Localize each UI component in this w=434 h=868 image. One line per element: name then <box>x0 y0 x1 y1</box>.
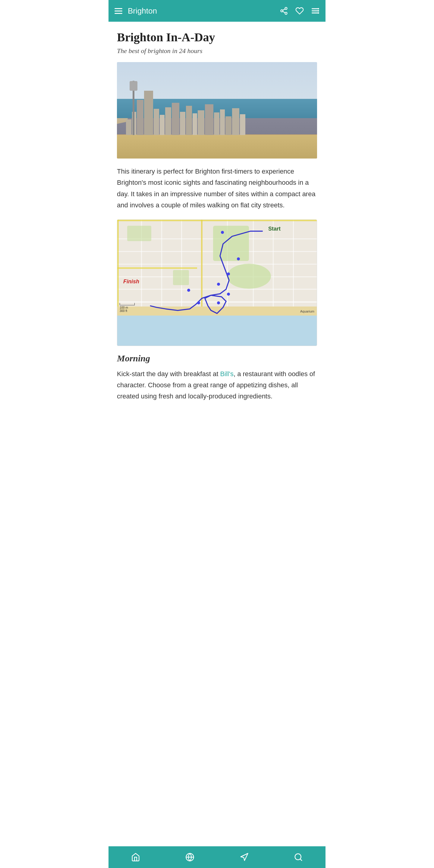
svg-line-3 <box>283 11 285 13</box>
hamburger-icon[interactable] <box>115 8 122 14</box>
top-nav: Brighton <box>108 0 326 22</box>
search-nav-item[interactable] <box>271 852 326 862</box>
svg-line-15 <box>300 859 302 861</box>
favorite-icon[interactable] <box>296 7 304 15</box>
bottom-nav <box>108 846 326 868</box>
explore-nav-item[interactable] <box>163 852 217 862</box>
hero-image <box>117 62 317 158</box>
svg-line-4 <box>283 9 285 10</box>
article-body: This itinerary is perfect for Brighton f… <box>117 166 317 211</box>
home-nav-item[interactable] <box>108 852 163 862</box>
buildings-silhouette <box>117 93 317 136</box>
map-start-label: Start <box>268 226 281 232</box>
morning-heading: Morning <box>117 353 317 364</box>
nav-title: Brighton <box>128 6 157 16</box>
share-icon[interactable] <box>280 7 288 15</box>
main-content: Brighton In-A-Day The best of brighton i… <box>108 22 326 432</box>
svg-marker-13 <box>241 854 248 861</box>
morning-body-before: Kick-start the day with breakfast at <box>117 370 220 378</box>
map-container[interactable]: Start Finish 100 m 300 ft Aquarium <box>117 219 317 346</box>
bills-link[interactable]: Bill's <box>220 370 234 378</box>
map-route <box>117 220 317 346</box>
nav-right <box>280 7 319 15</box>
article-title: Brighton In-A-Day <box>117 30 317 44</box>
article-subtitle: The best of brighton in 24 hours <box>117 47 317 55</box>
svg-point-10 <box>318 12 319 14</box>
map-scale: 100 m 300 ft <box>120 303 135 313</box>
svg-point-9 <box>318 10 319 12</box>
map-aquarium-label: Aquarium <box>300 310 314 313</box>
directions-nav-item[interactable] <box>217 852 271 862</box>
svg-point-8 <box>318 8 319 10</box>
morning-body: Kick-start the day with breakfast at Bil… <box>117 368 317 402</box>
more-menu-icon[interactable] <box>311 7 319 15</box>
map-finish-label: Finish <box>123 278 139 285</box>
nav-left: Brighton <box>115 6 157 16</box>
